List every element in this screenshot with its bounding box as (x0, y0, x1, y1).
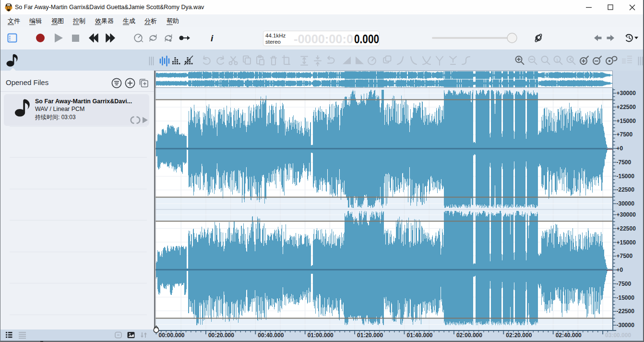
svg-text:-15000: -15000 (617, 173, 635, 180)
svg-text:-22500: -22500 (617, 308, 635, 315)
svg-text:+7500: +7500 (617, 253, 633, 259)
svg-text:-30000: -30000 (617, 322, 635, 329)
svg-text:+0: +0 (617, 267, 623, 273)
svg-text:+30000: +30000 (617, 211, 636, 218)
svg-text:-7500: -7500 (617, 159, 632, 166)
svg-text:02:20.000: 02:20.000 (506, 332, 532, 339)
svg-text:-15000: -15000 (617, 294, 635, 301)
svg-text:44.1kHz: 44.1kHz (265, 33, 286, 38)
svg-text:+0: +0 (617, 145, 623, 152)
svg-text:03:00.000: 03:00.000 (605, 332, 631, 339)
svg-text:-30000: -30000 (617, 200, 635, 207)
svg-text:00:40.000: 00:40.000 (258, 332, 284, 339)
svg-text:+22500: +22500 (617, 104, 636, 110)
svg-text:01:20.000: 01:20.000 (357, 332, 383, 339)
svg-text:0.000: 0.000 (354, 32, 379, 46)
svg-text:1: 1 (556, 58, 559, 62)
svg-text:02:40.000: 02:40.000 (556, 332, 582, 339)
svg-text:+7500: +7500 (617, 131, 633, 138)
svg-text:+15000: +15000 (617, 118, 636, 124)
svg-text:-7500: -7500 (617, 281, 632, 287)
svg-text:stereo: stereo (265, 39, 281, 45)
svg-text:00:20.000: 00:20.000 (208, 332, 234, 339)
svg-text:01:00.000: 01:00.000 (308, 332, 334, 339)
svg-text:01:40.000: 01:40.000 (407, 332, 433, 339)
svg-text:+15000: +15000 (617, 239, 636, 246)
svg-text:+22500: +22500 (617, 225, 636, 232)
svg-text:-22500: -22500 (617, 186, 635, 193)
svg-text:02:00.000: 02:00.000 (456, 332, 482, 339)
svg-text:-0000:00:0: -0000:00:0 (294, 32, 353, 46)
svg-text:i: i (211, 33, 214, 43)
svg-text:00:00.000: 00:00.000 (159, 332, 185, 339)
svg-text:+30000: +30000 (617, 90, 636, 97)
